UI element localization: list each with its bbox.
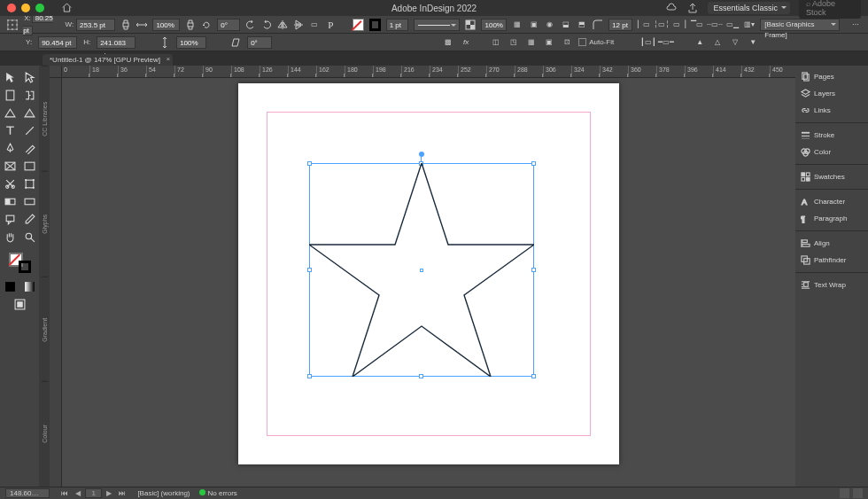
object-style-dropdown[interactable]: [Basic Graphics Frame] [760,19,839,31]
fit-frame-prop-button[interactable]: ◳ [508,36,520,49]
arrange-forward-button[interactable]: △ [711,36,724,49]
zoom-field[interactable]: 148.60… [5,488,50,498]
panel-cc-libraries[interactable]: CC Libraries [42,66,48,171]
prev-page-button[interactable]: ◀ [73,489,83,497]
align-bottom-button[interactable]: ▭▁ [726,19,739,31]
fill-stroke-colorwell[interactable] [8,252,31,273]
rectangle-frame-tool[interactable] [1,158,19,174]
status-icon-2[interactable] [853,488,863,498]
stroke-swatch[interactable] [369,19,381,31]
line-tool[interactable] [20,122,38,138]
arrange-front-button[interactable]: ▲ [694,36,706,49]
apply-gradient-button[interactable] [20,278,38,294]
panel-glyphs[interactable]: Glyphs [42,171,48,277]
canvas[interactable]: 0183654729010812614416218019821623425227… [50,66,795,487]
content-collector-tool[interactable] [1,105,19,121]
page-nav[interactable]: ⏮ ◀ 1 ▶ ⏭ [58,489,128,497]
constrain-scale-icon[interactable] [185,19,196,31]
reference-point-grid[interactable] [7,19,18,31]
status-icon-1[interactable] [840,488,849,498]
stroke-color-well[interactable] [19,261,31,273]
wrap-jump-button[interactable]: ⬓ [561,19,571,31]
apply-color-button[interactable] [1,278,19,294]
align-right-button[interactable]: ▭▕ [673,19,686,31]
free-transform-tool[interactable] [20,175,38,191]
scale-x-field[interactable]: 100% [152,19,180,31]
flip-horizontal-button[interactable] [277,19,288,31]
preflight-status[interactable]: No errors [199,489,237,497]
y-field[interactable]: 90.454 pt [38,36,77,49]
next-page-button[interactable]: ▶ [104,489,114,497]
stock-search-input[interactable]: ⌕ Adobe Stock [799,0,861,19]
fill-swatch[interactable] [353,19,363,31]
pen-tool[interactable] [1,140,19,156]
corner-size-field[interactable]: 12 pt [608,19,632,31]
rotation-handle[interactable] [419,152,424,157]
constrain-wh-icon[interactable] [120,19,131,31]
ruler-origin[interactable] [50,66,62,78]
last-page-button[interactable]: ⏭ [116,489,128,497]
panel-character[interactable]: ACharacter [795,194,868,209]
cloud-icon[interactable] [665,2,678,14]
rotate-cw-90-button[interactable] [261,19,272,31]
corner-options-icon[interactable] [593,19,603,31]
distribute-v-button[interactable]: ━▭━ [660,36,672,49]
zoom-tool[interactable] [20,229,38,245]
horizontal-ruler[interactable]: 0183654729010812614416218019821623425227… [50,66,795,78]
page[interactable] [238,83,619,464]
panel-stroke[interactable]: Stroke [795,128,868,143]
hand-tool[interactable] [1,229,19,245]
align-top-button[interactable]: ▔▭ [691,19,703,31]
wrap-none-button[interactable]: ▦ [512,19,523,31]
star-shape[interactable] [309,163,534,377]
panel-paragraph[interactable]: ¶Paragraph [795,211,868,226]
align-hcenter-button[interactable]: ╎▭╎ [655,19,668,31]
panel-color[interactable]: Color [795,144,868,160]
arrange-back-button[interactable]: ▼ [747,36,759,49]
panel-layers[interactable]: Layers [795,86,868,101]
panel-pages[interactable]: Pages [795,69,868,84]
scale-y-field[interactable]: 100% [176,36,206,49]
note-tool[interactable] [1,211,19,227]
h-field[interactable]: 241.083 pt [97,36,136,49]
selection-tool[interactable] [1,69,19,85]
panel-links[interactable]: Links [795,103,868,118]
pasteboard[interactable] [62,78,795,487]
document-tab[interactable]: *Untitled-1 @ 147% [GPU Preview] × [43,54,173,66]
direct-selection-tool[interactable] [20,69,38,85]
workspace-dropdown[interactable]: Essentials Classic [708,2,790,14]
share-icon[interactable] [686,2,699,14]
page-number-field[interactable]: 1 [85,488,101,498]
layer-status[interactable]: [Basic] (working) [137,489,190,497]
panel-swatches[interactable]: Swatches [795,169,868,184]
fx-button[interactable]: fx [460,36,472,49]
pencil-tool[interactable] [20,140,38,156]
gradient-swatch-tool[interactable] [1,193,19,209]
content-placer-tool[interactable] [20,105,38,121]
gradient-feather-tool[interactable] [20,193,38,209]
fit-content-prop-button[interactable]: ◫ [490,36,502,49]
fit-frame-to-content-button[interactable]: ▣ [543,36,555,49]
panel-textwrap[interactable]: Text Wrap [795,277,868,292]
first-page-button[interactable]: ⏮ [58,489,71,497]
stroke-weight-field[interactable]: 1 pt [386,19,408,31]
center-content-button[interactable]: ⊡ [561,36,573,49]
shear-field[interactable]: 0° [247,36,272,49]
window-minimize-button[interactable] [21,4,30,12]
w-field[interactable]: 253.5 pt [76,19,115,31]
distribute-h-button[interactable]: ┃▭┃ [642,36,655,49]
home-icon[interactable] [62,3,72,14]
panel-align[interactable]: Align [795,236,868,251]
rectangle-tool[interactable] [20,158,38,174]
gap-tool[interactable] [20,87,38,103]
arrange-backward-button[interactable]: ▽ [729,36,741,49]
stroke-style-dropdown[interactable] [414,19,460,31]
opacity-field[interactable]: 100% [481,19,507,31]
panel-pathfinder[interactable]: Pathfinder [795,253,868,268]
drop-shadow-button[interactable]: ▩ [442,36,454,49]
window-zoom-button[interactable] [35,4,44,12]
fill-frame-button[interactable]: ▦ [525,36,538,49]
panel-colour[interactable]: Colour [42,381,48,487]
type-tool[interactable] [1,122,19,138]
panel-gradient[interactable]: Gradient [42,277,48,382]
